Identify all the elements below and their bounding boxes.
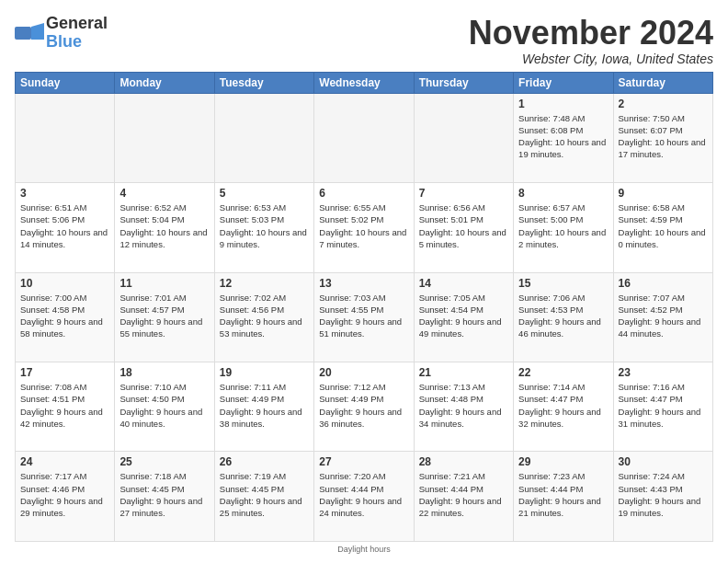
calendar-cell: 30Sunrise: 7:24 AM Sunset: 4:43 PM Dayli…	[613, 452, 712, 542]
calendar-cell: 3Sunrise: 6:51 AM Sunset: 5:06 PM Daylig…	[16, 183, 115, 272]
day-info: Sunrise: 7:06 AM Sunset: 4:53 PM Dayligh…	[518, 292, 608, 340]
calendar-cell: 5Sunrise: 6:53 AM Sunset: 5:03 PM Daylig…	[214, 183, 313, 272]
calendar-week-2: 3Sunrise: 6:51 AM Sunset: 5:06 PM Daylig…	[16, 183, 713, 272]
day-number: 10	[20, 277, 109, 290]
calendar-cell: 11Sunrise: 7:01 AM Sunset: 4:57 PM Dayli…	[115, 272, 214, 362]
day-info: Sunrise: 6:56 AM Sunset: 5:01 PM Dayligh…	[419, 201, 508, 250]
day-number: 21	[419, 366, 508, 379]
calendar-cell: 18Sunrise: 7:10 AM Sunset: 4:50 PM Dayli…	[115, 362, 214, 452]
col-thursday: Thursday	[414, 72, 513, 93]
day-number: 7	[419, 187, 508, 200]
calendar-cell: 22Sunrise: 7:14 AM Sunset: 4:47 PM Dayli…	[514, 362, 613, 452]
calendar-cell: 24Sunrise: 7:17 AM Sunset: 4:46 PM Dayli…	[16, 452, 115, 542]
calendar-week-4: 17Sunrise: 7:08 AM Sunset: 4:51 PM Dayli…	[16, 362, 713, 452]
month-title: November 2024	[469, 15, 713, 52]
calendar-cell: 12Sunrise: 7:02 AM Sunset: 4:56 PM Dayli…	[214, 272, 313, 362]
day-info: Sunrise: 7:17 AM Sunset: 4:46 PM Dayligh…	[20, 470, 109, 519]
day-number: 25	[119, 455, 209, 468]
logo-icon	[15, 23, 44, 43]
calendar-cell: 15Sunrise: 7:06 AM Sunset: 4:53 PM Dayli…	[514, 272, 613, 362]
day-number: 4	[119, 187, 209, 200]
day-number: 30	[619, 455, 708, 468]
day-info: Sunrise: 7:24 AM Sunset: 4:43 PM Dayligh…	[619, 470, 708, 519]
day-number: 23	[619, 366, 708, 379]
calendar-cell: 16Sunrise: 7:07 AM Sunset: 4:52 PM Dayli…	[613, 272, 712, 362]
col-sunday: Sunday	[16, 72, 115, 93]
day-info: Sunrise: 6:52 AM Sunset: 5:04 PM Dayligh…	[119, 201, 209, 250]
day-info: Sunrise: 7:20 AM Sunset: 4:44 PM Dayligh…	[319, 470, 408, 519]
calendar-cell	[414, 93, 513, 182]
day-info: Sunrise: 7:03 AM Sunset: 4:55 PM Dayligh…	[319, 292, 408, 340]
calendar: Sunday Monday Tuesday Wednesday Thursday…	[15, 72, 713, 542]
calendar-header-row: Sunday Monday Tuesday Wednesday Thursday…	[16, 72, 713, 93]
day-number: 24	[20, 455, 109, 468]
day-number: 26	[220, 455, 309, 468]
day-info: Sunrise: 7:48 AM Sunset: 6:08 PM Dayligh…	[518, 112, 608, 161]
day-info: Sunrise: 7:00 AM Sunset: 4:58 PM Dayligh…	[20, 292, 109, 340]
day-number: 1	[518, 98, 608, 110]
day-info: Sunrise: 6:57 AM Sunset: 5:00 PM Dayligh…	[518, 201, 608, 250]
calendar-cell: 26Sunrise: 7:19 AM Sunset: 4:45 PM Dayli…	[214, 452, 313, 542]
calendar-cell: 8Sunrise: 6:57 AM Sunset: 5:00 PM Daylig…	[514, 183, 613, 272]
day-number: 15	[518, 277, 608, 290]
day-info: Sunrise: 7:23 AM Sunset: 4:44 PM Dayligh…	[518, 470, 608, 519]
calendar-cell: 9Sunrise: 6:58 AM Sunset: 4:59 PM Daylig…	[613, 183, 712, 272]
day-number: 8	[518, 187, 608, 200]
col-wednesday: Wednesday	[314, 72, 414, 93]
day-number: 5	[220, 187, 309, 200]
logo-general: General	[46, 15, 108, 33]
day-number: 27	[319, 455, 408, 468]
title-block: November 2024 Webster City, Iowa, United…	[469, 15, 713, 66]
day-info: Sunrise: 7:21 AM Sunset: 4:44 PM Dayligh…	[419, 470, 508, 519]
day-info: Sunrise: 7:11 AM Sunset: 4:49 PM Dayligh…	[220, 381, 309, 430]
logo: General Blue	[15, 15, 108, 52]
day-info: Sunrise: 7:01 AM Sunset: 4:57 PM Dayligh…	[119, 292, 209, 340]
day-number: 11	[119, 277, 209, 290]
day-info: Sunrise: 6:51 AM Sunset: 5:06 PM Dayligh…	[20, 201, 109, 250]
calendar-cell: 2Sunrise: 7:50 AM Sunset: 6:07 PM Daylig…	[613, 93, 712, 182]
calendar-week-3: 10Sunrise: 7:00 AM Sunset: 4:58 PM Dayli…	[16, 272, 713, 362]
day-info: Sunrise: 7:07 AM Sunset: 4:52 PM Dayligh…	[619, 292, 708, 340]
day-number: 17	[20, 366, 109, 379]
calendar-cell: 7Sunrise: 6:56 AM Sunset: 5:01 PM Daylig…	[414, 183, 513, 272]
calendar-cell	[214, 93, 313, 182]
svg-rect-0	[15, 27, 31, 40]
day-number: 6	[319, 187, 408, 200]
col-saturday: Saturday	[613, 72, 712, 93]
day-number: 28	[419, 455, 508, 468]
day-info: Sunrise: 7:12 AM Sunset: 4:49 PM Dayligh…	[319, 381, 408, 430]
calendar-cell: 17Sunrise: 7:08 AM Sunset: 4:51 PM Dayli…	[16, 362, 115, 452]
day-info: Sunrise: 6:58 AM Sunset: 4:59 PM Dayligh…	[619, 201, 708, 250]
day-info: Sunrise: 7:05 AM Sunset: 4:54 PM Dayligh…	[419, 292, 508, 340]
day-info: Sunrise: 7:14 AM Sunset: 4:47 PM Dayligh…	[518, 381, 608, 430]
calendar-cell: 10Sunrise: 7:00 AM Sunset: 4:58 PM Dayli…	[16, 272, 115, 362]
day-number: 16	[619, 277, 708, 290]
calendar-week-5: 24Sunrise: 7:17 AM Sunset: 4:46 PM Dayli…	[16, 452, 713, 542]
day-info: Sunrise: 6:55 AM Sunset: 5:02 PM Dayligh…	[319, 201, 408, 250]
col-monday: Monday	[115, 72, 214, 93]
footer-note: Daylight hours	[15, 545, 713, 554]
day-number: 29	[518, 455, 608, 468]
day-number: 14	[419, 277, 508, 290]
calendar-cell: 19Sunrise: 7:11 AM Sunset: 4:49 PM Dayli…	[214, 362, 313, 452]
day-info: Sunrise: 7:16 AM Sunset: 4:47 PM Dayligh…	[619, 381, 708, 430]
day-number: 2	[619, 98, 708, 110]
location: Webster City, Iowa, United States	[469, 52, 713, 66]
calendar-cell: 23Sunrise: 7:16 AM Sunset: 4:47 PM Dayli…	[613, 362, 712, 452]
day-number: 13	[319, 277, 408, 290]
day-info: Sunrise: 7:50 AM Sunset: 6:07 PM Dayligh…	[619, 112, 708, 161]
calendar-cell: 6Sunrise: 6:55 AM Sunset: 5:02 PM Daylig…	[314, 183, 414, 272]
logo-blue: Blue	[46, 33, 108, 52]
col-friday: Friday	[514, 72, 613, 93]
calendar-cell: 29Sunrise: 7:23 AM Sunset: 4:44 PM Dayli…	[514, 452, 613, 542]
day-number: 3	[20, 187, 109, 200]
calendar-cell: 27Sunrise: 7:20 AM Sunset: 4:44 PM Dayli…	[314, 452, 414, 542]
day-number: 20	[319, 366, 408, 379]
svg-marker-1	[31, 23, 44, 40]
day-info: Sunrise: 7:18 AM Sunset: 4:45 PM Dayligh…	[119, 470, 209, 519]
calendar-cell: 4Sunrise: 6:52 AM Sunset: 5:04 PM Daylig…	[115, 183, 214, 272]
calendar-week-1: 1Sunrise: 7:48 AM Sunset: 6:08 PM Daylig…	[16, 93, 713, 182]
day-info: Sunrise: 7:02 AM Sunset: 4:56 PM Dayligh…	[220, 292, 309, 340]
day-info: Sunrise: 7:08 AM Sunset: 4:51 PM Dayligh…	[20, 381, 109, 430]
calendar-cell: 14Sunrise: 7:05 AM Sunset: 4:54 PM Dayli…	[414, 272, 513, 362]
